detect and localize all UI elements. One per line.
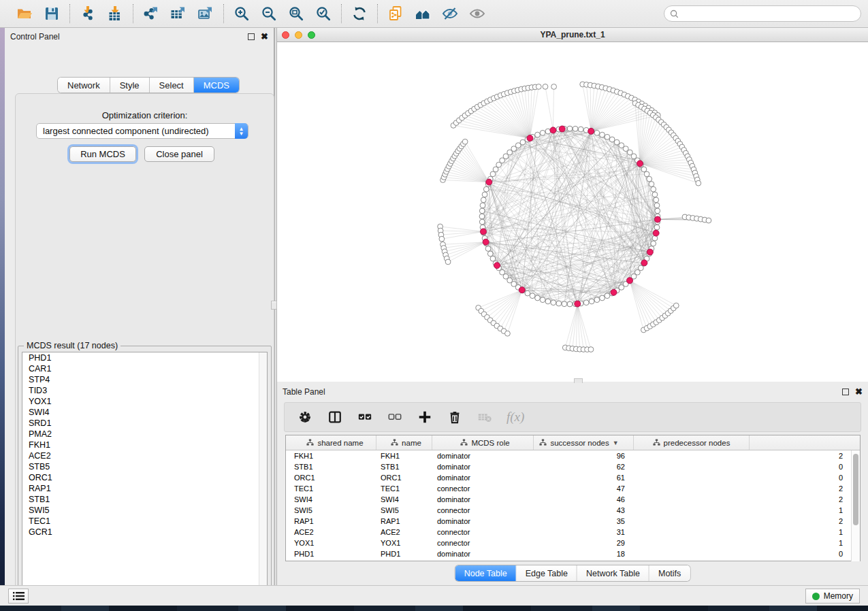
export-network-icon[interactable] [142,5,160,22]
mcds-list-scrollbar[interactable] [259,352,267,593]
table-cell: PHD1 [286,550,376,558]
network-window-titlebar[interactable]: YPA_prune.txt_1 [277,28,868,42]
control-panel: Control Panel ✖ NetworkStyleSelectMCDS O… [5,28,274,585]
table-cell: 2 [634,452,860,460]
mcds-result-item[interactable]: STB5 [22,461,267,472]
mcds-result-item[interactable]: PMA2 [22,429,267,440]
column-header-shared-name[interactable]: shared name [286,435,376,450]
zoom-fit-icon[interactable] [287,5,305,22]
delete-column-icon[interactable] [447,408,463,426]
mcds-result-list[interactable]: PHD1CAR1STP4TID3YOX1SWI4SRD1PMA2FKH1ACE2… [22,352,268,594]
table-cell: ORC1 [286,474,376,482]
window-minimize-icon[interactable] [295,31,302,39]
mcds-result-item[interactable]: CAR1 [22,363,267,374]
tab-mcds[interactable]: MCDS [194,78,239,93]
table-row[interactable]: STB1STB1dominator620 [286,461,860,472]
tab-edge-table[interactable]: Edge Table [517,565,577,581]
table-row[interactable]: RAP1RAP1dominator352 [286,516,860,527]
column-header-filler [750,435,860,450]
close-table-panel-icon[interactable]: ✖ [855,389,863,395]
table-scrollbar[interactable] [851,450,860,561]
hide-selected-icon[interactable] [441,5,459,22]
duplicate-network-icon[interactable] [387,5,404,22]
mcds-result-item[interactable]: TEC1 [22,516,267,527]
window-close-icon[interactable] [282,31,289,39]
tab-network[interactable]: Network [58,78,110,93]
column-visibility-icon[interactable] [327,408,343,426]
task-history-button[interactable] [8,589,29,604]
table-row[interactable]: PHD1PHD1dominator180 [286,548,860,559]
search-box[interactable] [664,5,861,22]
tab-node-table[interactable]: Node Table [455,565,517,581]
mcds-result-item[interactable]: TID3 [22,385,267,396]
table-row[interactable]: FKH1FKH1dominator962 [286,450,860,461]
column-header-successor-nodes[interactable]: successor nodes▼ [534,435,634,450]
table-cell: 43 [534,506,634,514]
show-all-icon[interactable] [468,5,486,22]
mcds-result-item[interactable]: YOX1 [22,396,267,407]
search-input[interactable] [679,9,855,18]
desktop-wallpaper-left [0,28,5,606]
import-table-icon[interactable] [106,5,124,22]
dropdown-stepper-icon[interactable]: ▲▼ [235,123,248,139]
mcds-result-item[interactable]: GCR1 [22,527,267,538]
mcds-result-item[interactable]: STP4 [22,374,267,385]
table-row[interactable]: YOX1YOX1connector291 [286,538,860,548]
zoom-selected-icon[interactable] [315,5,332,22]
network-graph-canvas[interactable] [277,42,868,382]
zoom-in-icon[interactable] [233,5,251,22]
mcds-result-item[interactable]: SRD1 [22,418,267,429]
export-image-icon[interactable] [197,5,214,22]
memory-button[interactable]: Memory [805,589,860,604]
table-settings-icon[interactable] [297,408,313,426]
mcds-result-item[interactable]: SWI4 [22,407,267,418]
mcds-result-item[interactable]: PHD1 [22,352,267,363]
refresh-icon[interactable] [351,5,368,22]
float-panel-icon[interactable] [248,33,255,40]
tab-motifs[interactable]: Motifs [649,565,690,581]
table-cell: TEC1 [286,484,376,493]
table-cell: STB1 [286,463,376,471]
save-session-icon[interactable] [43,5,61,22]
list-icon [13,591,25,601]
vertical-splitter-grip[interactable] [271,301,277,310]
mcds-result-item[interactable]: FKH1 [22,440,267,450]
mcds-result-item[interactable]: SWI5 [22,505,267,516]
table-row[interactable]: SWI5SWI5connector431 [286,505,860,516]
export-table-icon[interactable] [170,5,187,22]
criterion-dropdown[interactable]: largest connected component (undirected)… [36,123,248,139]
float-table-panel-icon[interactable] [842,389,849,395]
mcds-result-item[interactable]: ORC1 [22,472,267,483]
home-layout-icon[interactable] [414,5,432,22]
select-all-icon[interactable] [357,408,373,426]
column-header-predecessor-nodes[interactable]: predecessor nodes [634,435,750,450]
column-header-MCDS-role[interactable]: MCDS role [432,435,534,450]
table-scrollbar-thumb[interactable] [853,454,858,525]
desktop-wallpaper-bottom [0,606,868,611]
import-network-icon[interactable] [79,5,97,22]
open-file-icon[interactable] [16,5,33,22]
table-cell: dominator [432,517,534,525]
deselect-all-icon[interactable] [387,408,403,426]
table-row[interactable]: ACE2ACE2connector311 [286,527,860,538]
mcds-result-item[interactable]: RAP1 [22,483,267,494]
table-row[interactable]: ORC1ORC1dominator610 [286,472,860,483]
zoom-out-icon[interactable] [260,5,278,22]
close-panel-button[interactable]: Close panel [144,146,214,162]
table-cell: connector [432,528,534,536]
column-header-name[interactable]: name [376,435,432,450]
table-row[interactable]: TEC1TEC1connector472 [286,483,860,494]
mcds-result-item[interactable]: STB1 [22,494,267,505]
table-cell: ACE2 [286,528,376,536]
add-column-icon[interactable] [417,408,433,426]
table-cell: connector [432,506,534,514]
tab-network-table[interactable]: Network Table [577,565,649,581]
mcds-result-item[interactable]: ACE2 [22,450,267,461]
table-cell: dominator [432,550,534,558]
table-row[interactable]: SWI4SWI4dominator462 [286,494,860,505]
close-panel-icon[interactable]: ✖ [261,33,268,40]
window-maximize-icon[interactable] [308,31,315,39]
tab-style[interactable]: Style [110,78,150,93]
tab-select[interactable]: Select [150,78,194,93]
run-mcds-button[interactable]: Run MCDS [69,146,136,162]
